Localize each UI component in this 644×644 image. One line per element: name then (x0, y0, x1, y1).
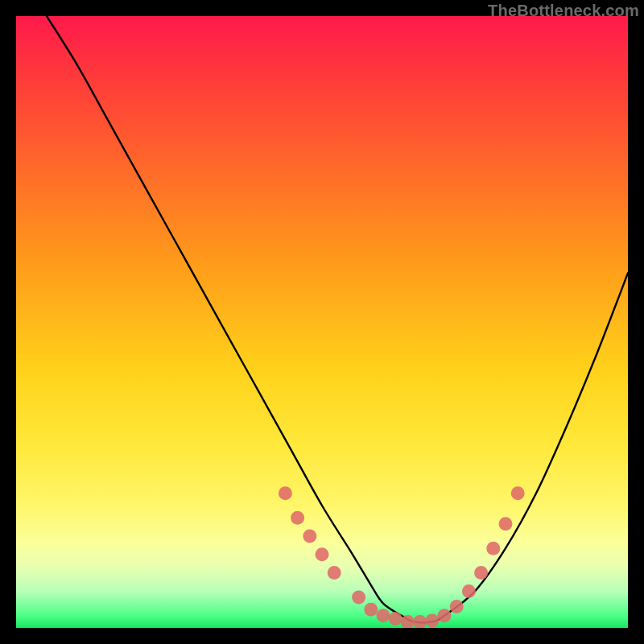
scatter-dot (462, 584, 476, 598)
scatter-dot (328, 566, 341, 580)
scatter-dot (364, 603, 378, 617)
scatter-points (279, 486, 525, 628)
scatter-dot (316, 547, 329, 561)
scatter-dot (291, 511, 304, 525)
scatter-dot (279, 486, 292, 500)
scatter-dot (413, 615, 427, 628)
scatter-dot (352, 591, 365, 605)
plot-area (16, 16, 628, 628)
chart-svg (16, 16, 628, 628)
scatter-dot (389, 612, 402, 625)
bottleneck-curve (47, 16, 628, 622)
scatter-dot (425, 613, 439, 627)
scatter-dot (486, 542, 500, 555)
scatter-dot (450, 600, 464, 613)
chart-frame: TheBottleneck.com (0, 0, 644, 644)
scatter-dot (499, 517, 513, 530)
scatter-dot (377, 609, 390, 622)
scatter-dot (474, 566, 488, 580)
scatter-dot (401, 615, 415, 628)
scatter-dot (511, 486, 525, 500)
scatter-dot (303, 530, 316, 543)
scatter-dot (438, 609, 452, 622)
